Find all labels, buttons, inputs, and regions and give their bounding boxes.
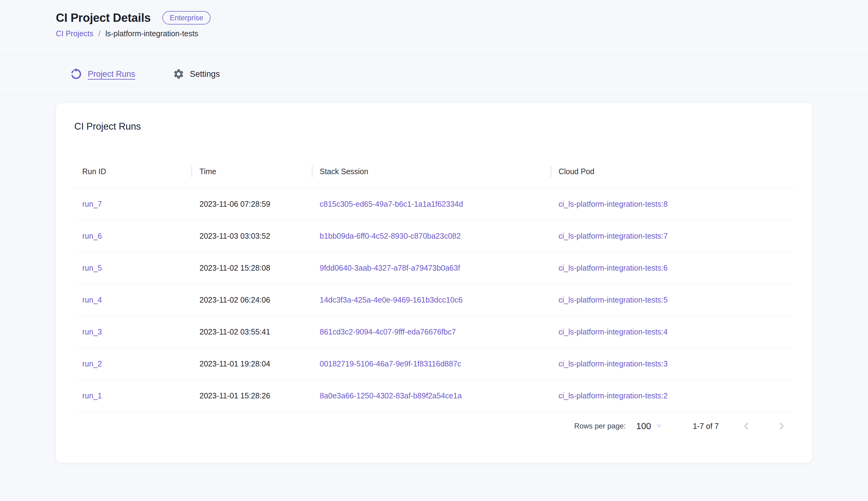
cloud-pod-link[interactable]: ci_ls-platform-integration-tests:3 [559,359,668,368]
rows-per-page-value: 100 [636,421,651,431]
tab-settings[interactable]: Settings [173,68,220,80]
stack-session-link[interactable]: 861cd3c2-9094-4c07-9fff-eda76676fbc7 [320,328,456,336]
stack-session-link[interactable]: 9fdd0640-3aab-4327-a78f-a79473b0a63f [320,264,460,272]
table-row: run_6 2023-11-03 03:03:52 b1bb09da-6ff0-… [74,220,794,252]
cloud-pod-link[interactable]: ci_ls-platform-integration-tests:7 [559,232,668,240]
runs-card: CI Project Runs Run ID Time Stack Sessio… [56,103,812,463]
time-cell: 2023-11-02 06:24:06 [199,296,270,304]
breadcrumb-separator: / [98,29,100,38]
stack-session-link[interactable]: b1bb09da-6ff0-4c52-8930-c870ba23c082 [320,232,461,240]
cloud-pod-link[interactable]: ci_ls-platform-integration-tests:5 [559,296,668,304]
cloud-pod-link[interactable]: ci_ls-platform-integration-tests:2 [559,391,668,400]
ci-project-details-page: CI Project Details Enterprise CI Project… [0,0,868,501]
pagination-next-button[interactable] [774,419,789,434]
breadcrumb: CI Projects / ls-platform-integration-te… [56,29,868,38]
table-row: run_7 2023-11-06 07:28:59 c815c305-ed65-… [74,188,794,220]
stack-session-link[interactable]: 00182719-5106-46a7-9e9f-1f83116d887c [320,359,461,368]
run-id-link[interactable]: run_1 [82,391,102,400]
time-cell: 2023-11-02 15:28:08 [199,264,270,272]
cloud-pod-link[interactable]: ci_ls-platform-integration-tests:4 [559,328,668,336]
enterprise-badge: Enterprise [162,11,210,24]
run-id-link[interactable]: run_4 [82,296,102,304]
breadcrumb-current: ls-platform-integration-tests [105,29,198,38]
run-id-link[interactable]: run_7 [82,200,102,208]
stack-session-link[interactable]: 8a0e3a66-1250-4302-83af-b89f2a54ce1a [320,391,462,400]
title-row: CI Project Details Enterprise [56,10,868,25]
stack-session-link[interactable]: 14dc3f3a-425a-4e0e-9469-161b3dcc10c6 [320,296,463,304]
card-title: CI Project Runs [74,120,794,133]
run-id-link[interactable]: run_3 [82,328,102,336]
chevron-left-icon [741,420,752,431]
run-id-link[interactable]: run_6 [82,232,102,240]
tab-project-runs[interactable]: Project Runs [70,68,135,80]
column-header-stack-session: Stack Session [312,167,551,176]
runs-table: Run ID Time Stack Session Cloud Pod run_… [74,155,794,412]
table-row: run_2 2023-11-01 19:28:04 00182719-5106-… [74,348,794,380]
table-header: Run ID Time Stack Session Cloud Pod [74,155,794,188]
table-row: run_4 2023-11-02 06:24:06 14dc3f3a-425a-… [74,284,794,316]
time-cell: 2023-11-02 03:55:41 [199,328,270,336]
table-row: run_5 2023-11-02 15:28:08 9fdd0640-3aab-… [74,252,794,284]
column-header-time: Time [191,167,311,176]
tab-settings-label: Settings [190,70,220,79]
breadcrumb-link-ci-projects[interactable]: CI Projects [56,29,93,38]
time-cell: 2023-11-06 07:28:59 [199,200,270,208]
table-body: run_7 2023-11-06 07:28:59 c815c305-ed65-… [74,188,794,412]
pagination: Rows per page: 100 1-7 of 7 [74,416,794,436]
page-title: CI Project Details [56,10,151,25]
cloud-pod-link[interactable]: ci_ls-platform-integration-tests:8 [559,200,668,208]
history-icon [70,68,82,80]
stack-session-link[interactable]: c815c305-ed65-49a7-b6c1-1a1a1f62334d [320,200,463,208]
time-cell: 2023-11-03 03:03:52 [199,232,270,240]
run-id-link[interactable]: run_5 [82,264,102,272]
column-header-run-id: Run ID [74,167,191,176]
time-cell: 2023-11-01 15:28:26 [199,391,270,400]
chevron-right-icon [776,420,787,431]
dropdown-caret-icon [656,425,662,428]
column-header-cloud-pod: Cloud Pod [551,167,794,176]
pagination-range: 1-7 of 7 [693,422,719,431]
pagination-prev-button[interactable] [739,419,754,434]
run-id-link[interactable]: run_2 [82,359,102,368]
cloud-pod-link[interactable]: ci_ls-platform-integration-tests:6 [559,264,668,272]
table-row: run_1 2023-11-01 15:28:26 8a0e3a66-1250-… [74,380,794,412]
time-cell: 2023-11-01 19:28:04 [199,359,270,368]
page-header: CI Project Details Enterprise CI Project… [0,0,868,54]
table-row: run_3 2023-11-02 03:55:41 861cd3c2-9094-… [74,316,794,348]
tab-project-runs-label: Project Runs [88,70,135,79]
rows-per-page-label: Rows per page: [574,422,626,430]
rows-per-page-select[interactable]: 100 [636,421,662,431]
gear-icon [173,68,185,80]
tab-bar: Project Runs Settings [0,54,868,94]
